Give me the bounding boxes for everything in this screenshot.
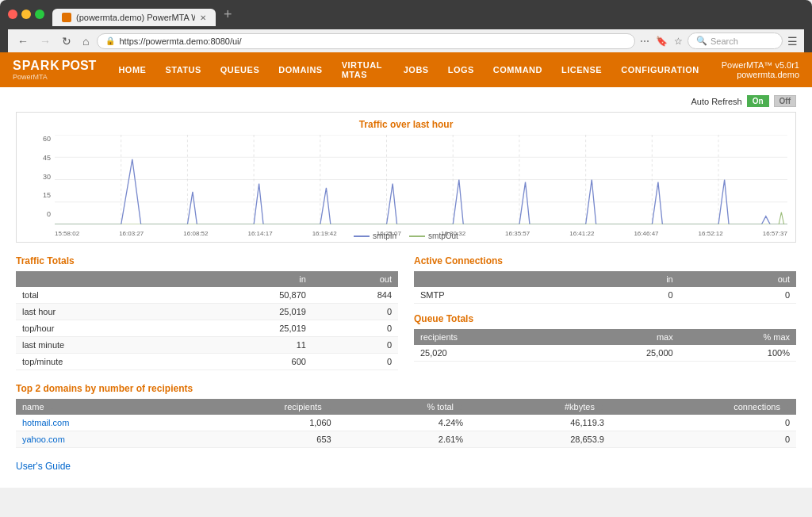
row-out: 0	[312, 304, 398, 320]
nav-home[interactable]: HOME	[109, 52, 155, 87]
home-button[interactable]: ⌂	[79, 33, 92, 49]
nav-queues[interactable]: QUEUES	[211, 52, 269, 87]
lock-icon: 🔒	[105, 36, 115, 45]
auto-refresh-off-button[interactable]: Off	[774, 95, 796, 107]
domain-kbytes: 46,119.3	[469, 415, 611, 431]
nav-jobs[interactable]: JOBS	[394, 52, 439, 87]
legend-smtp-out: smtpOut	[409, 232, 458, 240]
row-label: total	[16, 287, 189, 304]
row-smtp-out: 0	[680, 287, 796, 304]
queue-totals-title: Queue Totals	[414, 313, 796, 324]
forward-button[interactable]: →	[36, 33, 54, 49]
version-text: PowerMTA™ v5.0r1	[722, 60, 799, 70]
auto-refresh-label: Auto Refresh	[691, 97, 741, 106]
chart-title: Traffic over last hour	[17, 119, 795, 130]
row-smtp-in: 0	[588, 287, 680, 304]
th-recipients: recipients	[414, 329, 562, 345]
domain-row: hotmail.com 1,060 4.24% 46,119.3 0	[16, 415, 796, 431]
nav-virtual-mtas[interactable]: VIRTUAL MTAS	[332, 52, 394, 87]
th-out: out	[680, 271, 796, 287]
queue-pct-max: 100%	[680, 345, 796, 362]
th-label	[414, 271, 588, 287]
row-in: 25,019	[189, 304, 312, 320]
search-bar[interactable]: 🔍 Search	[688, 33, 783, 49]
queue-totals-table: recipients max % max 25,020 25,000 100%	[414, 329, 796, 362]
domain-link[interactable]: yahoo.com	[22, 435, 65, 444]
tab-title: (powermta.demo) PowerMTA W...	[76, 13, 195, 22]
nav-license[interactable]: LICENSE	[552, 52, 611, 87]
row-out: 0	[312, 354, 398, 370]
domain-pct-total: 2.61%	[338, 431, 469, 448]
th-in: in	[189, 271, 312, 287]
row-label: last minute	[16, 337, 189, 354]
search-icon: 🔍	[696, 36, 707, 46]
th-in: in	[588, 271, 680, 287]
domains-table: name ↑↓ recipients ↑↓ % total ↑↓ #kbytes…	[16, 399, 796, 448]
instance-text: powermta.demo	[722, 70, 799, 79]
search-placeholder: Search	[710, 36, 738, 46]
table-row: top/minute 600 0	[16, 354, 398, 370]
domain-connections: 0	[611, 431, 796, 448]
table-row: last hour 25,019 0	[16, 304, 398, 320]
domain-link[interactable]: hotmail.com	[22, 418, 69, 427]
bookmark-icon[interactable]: 🔖	[656, 36, 668, 47]
auto-refresh-on-button[interactable]: On	[747, 95, 769, 107]
close-dot[interactable]	[8, 10, 17, 19]
domain-recipients: 1,060	[177, 415, 338, 431]
url-text: https://powermta.demo:8080/ui/	[119, 36, 241, 46]
user-guide-section: User's Guide	[16, 461, 796, 472]
logo-area: SPARK POST PowerMTA	[0, 52, 109, 87]
logo-post: POST	[62, 59, 97, 73]
row-in: 600	[189, 354, 312, 370]
logo-subtitle: PowerMTA	[13, 73, 96, 81]
reload-button[interactable]: ↻	[59, 33, 75, 49]
th-connections: connections ↑↓	[611, 399, 796, 415]
nav-right-info: PowerMTA™ v5.0r1 powermta.demo	[709, 52, 812, 87]
logo-text: SPARK	[13, 59, 60, 73]
row-in: 25,019	[189, 320, 312, 337]
tab-close-button[interactable]: ✕	[200, 13, 206, 22]
row-out: 0	[312, 320, 398, 337]
table-row: SMTP 0 0	[414, 287, 796, 304]
tab-favicon	[62, 13, 71, 22]
domain-pct-total: 4.24%	[338, 415, 469, 431]
domains-title: Top 2 domains by number of recipients	[16, 383, 796, 394]
th-label	[16, 271, 189, 287]
chart-legend: smtpIn smtpOut	[17, 232, 795, 240]
queue-max: 25,000	[562, 345, 679, 362]
menu-icon[interactable]: ☰	[787, 35, 798, 48]
user-guide-link[interactable]: User's Guide	[16, 461, 71, 472]
nav-items: HOME STATUS QUEUES DOMAINS VIRTUAL MTAS …	[109, 52, 708, 87]
new-tab-button[interactable]: +	[216, 6, 240, 26]
back-button[interactable]: ←	[14, 33, 32, 49]
domain-connections: 0	[611, 415, 796, 431]
domain-row: yahoo.com 653 2.61% 28,653.9 0	[16, 431, 796, 448]
domain-name: yahoo.com	[16, 431, 177, 448]
th-name: name ↑↓	[16, 399, 177, 415]
th-recipients: recipients ↑↓	[177, 399, 338, 415]
traffic-totals-title: Traffic Totals	[16, 255, 398, 266]
maximize-dot[interactable]	[35, 10, 44, 19]
row-out: 844	[312, 287, 398, 304]
th-kbytes: #kbytes ↑↓	[469, 399, 611, 415]
th-out: out	[312, 271, 398, 287]
nav-configuration[interactable]: CONFIGURATION	[611, 52, 709, 87]
traffic-chart: Traffic over last hour 60 45 30 15 0	[16, 112, 796, 243]
active-connections-title: Active Connections	[414, 255, 796, 266]
minimize-dot[interactable]	[21, 10, 31, 19]
top-navigation: SPARK POST PowerMTA HOME STATUS QUEUES D…	[0, 52, 812, 87]
nav-domains[interactable]: DOMAINS	[269, 52, 331, 87]
chart-y-axis: 60 45 30 15 0	[23, 135, 51, 218]
nav-status[interactable]: STATUS	[155, 52, 210, 87]
queue-recipients: 25,020	[414, 345, 562, 362]
star-icon[interactable]: ☆	[674, 36, 683, 47]
table-row: last minute 11 0	[16, 337, 398, 354]
th-pct-total: % total ↑↓	[338, 399, 469, 415]
nav-logs[interactable]: LOGS	[439, 52, 484, 87]
domain-recipients: 653	[177, 431, 338, 448]
legend-smtp-in: smtpIn	[354, 232, 396, 240]
active-tab[interactable]: (powermta.demo) PowerMTA W... ✕	[52, 9, 216, 26]
row-label: last hour	[16, 304, 189, 320]
nav-command[interactable]: COMMAND	[484, 52, 552, 87]
address-bar[interactable]: 🔒 https://powermta.demo:8080/ui/	[97, 33, 635, 49]
